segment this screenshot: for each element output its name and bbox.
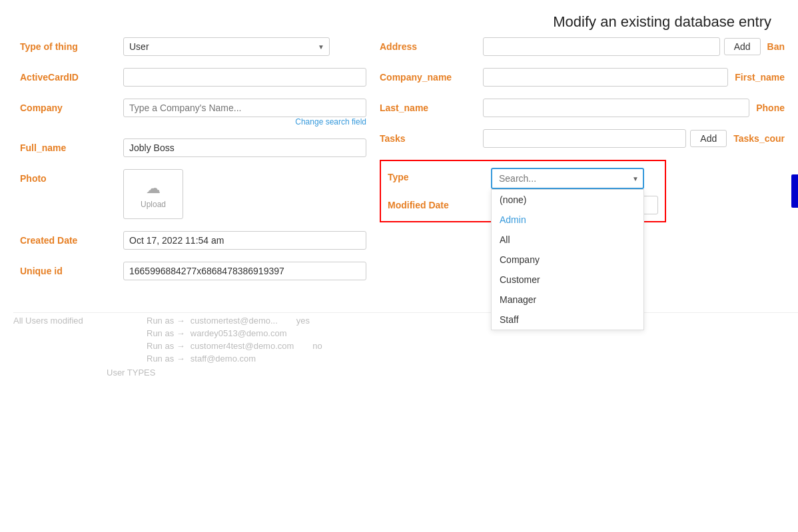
photo-field: ☁ Upload xyxy=(123,169,366,219)
dropdown-item-manager[interactable]: Manager xyxy=(492,290,643,310)
created-date-row: Created Date xyxy=(20,231,366,250)
full-name-field xyxy=(123,138,366,157)
bottom-row-4: Run as → staff@demo.com xyxy=(13,354,798,364)
address-label: Address xyxy=(380,37,483,52)
type-of-thing-select[interactable]: User xyxy=(123,37,330,56)
created-date-input[interactable] xyxy=(123,231,366,250)
type-of-thing-select-wrapper: User ▼ xyxy=(123,37,330,56)
tasks-label: Tasks xyxy=(380,129,483,144)
tasks-input[interactable] xyxy=(483,129,686,148)
company-input[interactable] xyxy=(123,99,366,117)
unique-id-input[interactable] xyxy=(123,262,366,280)
created-date-label: Created Date xyxy=(20,231,123,246)
dropdown-item-admin[interactable]: Admin xyxy=(492,210,643,230)
email-3: customer4test@demo.com xyxy=(191,341,294,351)
created-date-field xyxy=(123,231,366,250)
last-name-row: Last_name Phone xyxy=(380,99,785,117)
blue-action-button[interactable] xyxy=(791,174,798,208)
run-as-label-4: Run as → xyxy=(147,354,185,364)
tasks-add-button[interactable]: Add xyxy=(690,130,727,147)
blue-button-area: ← xyxy=(791,174,798,208)
company-field: Change search field xyxy=(123,99,366,127)
full-name-label: Full_name xyxy=(20,138,123,153)
full-name-input[interactable] xyxy=(123,138,366,157)
full-name-row: Full_name xyxy=(20,138,366,157)
company-row: Company Change search field xyxy=(20,99,366,127)
dropdown-item-company[interactable]: Company xyxy=(492,250,643,270)
last-name-input[interactable] xyxy=(483,99,749,117)
unique-id-field xyxy=(123,262,366,280)
last-name-field xyxy=(483,99,749,117)
user-types-label: User TYPES xyxy=(13,368,798,378)
tasks-row: Tasks Add Tasks_cour xyxy=(380,129,785,148)
last-name-label: Last_name xyxy=(380,99,483,113)
email-1: customertest@demo... xyxy=(191,316,278,326)
address-field: Add xyxy=(483,37,761,56)
tasks-input-group: Add xyxy=(483,129,727,148)
type-dropdown-container: ▼ (none) Admin All Company Customer Mana… xyxy=(491,168,644,189)
change-search-field-link[interactable]: Change search field xyxy=(123,117,366,127)
company-name-field xyxy=(483,68,728,87)
active-card-id-input[interactable] xyxy=(123,68,366,87)
all-users-modified-label: All Users modified xyxy=(13,316,147,326)
first-name-label: First_name xyxy=(728,68,785,83)
address-add-button[interactable]: Add xyxy=(724,38,761,55)
upload-box[interactable]: ☁ Upload xyxy=(123,169,183,219)
bottom-row-2: Run as → wardey0513@demo.com xyxy=(13,328,798,338)
active-card-id-label: ActiveCardID xyxy=(20,68,123,83)
type-search-input[interactable] xyxy=(491,168,644,189)
unique-id-row: Unique id xyxy=(20,262,366,280)
run-as-label-1: Run as → xyxy=(147,316,185,326)
bottom-entry-3: Run as → customer4test@demo.com no xyxy=(147,341,322,351)
right-section: Address Add Ban Company_name First_name … xyxy=(373,37,791,292)
left-section: Type of thing User ▼ ActiveCardID Compan… xyxy=(7,37,373,292)
type-row: Type ▼ (none) Admin All Company Customer… xyxy=(388,168,658,189)
type-dropdown-list: (none) Admin All Company Customer Manage… xyxy=(491,189,644,330)
ban-label: Ban xyxy=(761,37,785,52)
active-card-id-row: ActiveCardID xyxy=(20,68,366,87)
tasks-count-label: Tasks_cour xyxy=(727,129,785,144)
company-name-label: Company_name xyxy=(380,68,483,83)
photo-row: Photo ☁ Upload xyxy=(20,169,366,219)
bottom-area: All Users modified Run as → customertest… xyxy=(0,312,798,378)
bottom-row-3: Run as → customer4test@demo.com no xyxy=(13,341,798,351)
value-1: yes xyxy=(296,316,310,326)
bottom-entry-2: Run as → wardey0513@demo.com xyxy=(147,328,287,338)
bottom-entry-4: Run as → staff@demo.com xyxy=(147,354,256,364)
company-label: Company xyxy=(20,99,123,113)
bottom-entry-1: Run as → customertest@demo... yes xyxy=(147,316,310,326)
phone-label: Phone xyxy=(749,99,785,113)
value-3: no xyxy=(312,341,322,351)
upload-label: Upload xyxy=(141,200,166,209)
active-card-id-field xyxy=(123,68,366,87)
address-row: Address Add Ban xyxy=(380,37,785,56)
upload-icon: ☁ xyxy=(146,180,161,197)
dropdown-item-staff[interactable]: Staff xyxy=(492,310,643,330)
page-title: Modify an existing database entry xyxy=(0,0,798,37)
email-4: staff@demo.com xyxy=(191,354,256,364)
type-label: Type xyxy=(388,168,491,182)
unique-id-label: Unique id xyxy=(20,262,123,276)
dropdown-item-all[interactable]: All xyxy=(492,230,643,250)
type-of-thing-label: Type of thing xyxy=(20,37,123,52)
type-of-thing-field: User ▼ xyxy=(123,37,366,56)
modified-date-label: Modified Date xyxy=(388,200,491,210)
address-input[interactable] xyxy=(483,37,720,56)
red-border-box: Type ▼ (none) Admin All Company Customer… xyxy=(380,160,666,222)
run-as-label-3: Run as → xyxy=(147,341,185,351)
tasks-field: Add xyxy=(483,129,727,148)
photo-label: Photo xyxy=(20,169,123,184)
company-name-row: Company_name First_name xyxy=(380,68,785,87)
bottom-row-1: All Users modified Run as → customertest… xyxy=(13,316,798,326)
run-as-label-2: Run as → xyxy=(147,328,185,338)
type-of-thing-row: Type of thing User ▼ xyxy=(20,37,366,56)
dropdown-item-none[interactable]: (none) xyxy=(492,190,643,210)
email-2: wardey0513@demo.com xyxy=(191,328,287,338)
company-name-input[interactable] xyxy=(483,68,728,87)
type-modified-section: Type ▼ (none) Admin All Company Customer… xyxy=(380,160,785,222)
dropdown-item-customer[interactable]: Customer xyxy=(492,270,643,290)
address-input-group: Add xyxy=(483,37,761,56)
